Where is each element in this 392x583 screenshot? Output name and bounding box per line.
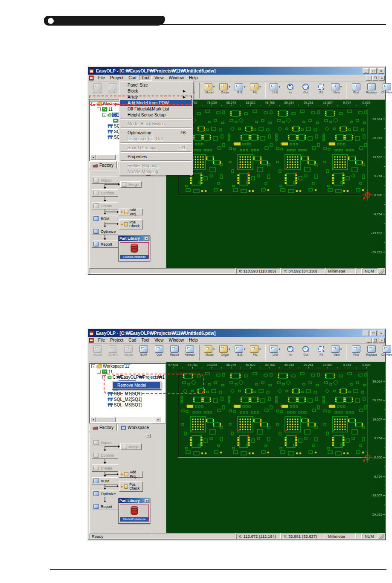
pos-check-button[interactable]: ◆Pos Check [119, 481, 143, 492]
add-proj-button[interactable]: ◆Add Proj. [119, 209, 143, 215]
workspace-tree[interactable]: -Workspace'11'-11-C:₩EasyOLP₩Projects₩1M… [89, 363, 166, 423]
expand-toggle[interactable]: - [91, 102, 95, 106]
dropdown-arrow-icon[interactable]: ▼ [279, 348, 281, 351]
palette-close-button[interactable]: × [145, 237, 149, 241]
unit-button[interactable]: ▼Unit [267, 344, 283, 361]
menu-item-array[interactable]: Array▶ [120, 94, 192, 100]
expand-toggle[interactable]: - [102, 375, 106, 379]
fid--button[interactable]: ▼Fid. [248, 82, 263, 99]
menu-tool[interactable]: Tool [139, 75, 152, 81]
find-button[interactable]: Find [348, 344, 364, 361]
optimize-button[interactable]: Optimize [92, 228, 118, 235]
tree-item[interactable]: SQL_M1[SQ1] [90, 391, 166, 397]
dropdown-arrow-icon[interactable]: ▼ [213, 348, 215, 351]
out-button[interactable]: −Out [298, 82, 314, 99]
out-button[interactable]: −Out [298, 344, 314, 361]
mdi-close-button[interactable]: × [379, 75, 385, 81]
tree-item[interactable]: -C:₩EasyOLP₩Projects₩1 [90, 374, 166, 380]
menu-project[interactable]: Project [107, 337, 126, 343]
close-button[interactable]: × [378, 331, 384, 336]
scroll-left-button[interactable]: ◄ [90, 417, 96, 422]
global-database-item[interactable]: GlobalDatabase [120, 242, 149, 259]
tree-h-scrollbar[interactable]: ◄► [90, 417, 161, 422]
menu-project[interactable]: Project [107, 75, 126, 81]
bom-button[interactable]: BOM [92, 477, 118, 484]
menu-item-off-fiducial-mark-list[interactable]: Off Fiducial&Mark List [120, 106, 192, 112]
palette-close-button[interactable]: × [145, 499, 149, 503]
model-button[interactable]: ▼Model [202, 344, 217, 361]
tab-factory[interactable]: Factory [89, 423, 117, 431]
menu-item-panel-size[interactable]: Panel Size [120, 82, 192, 88]
bom-button[interactable]: BOM [92, 215, 118, 222]
dropdown-arrow-icon[interactable]: ▼ [279, 86, 281, 88]
menu-file[interactable]: File [96, 337, 107, 343]
model-button[interactable]: ▼Model [202, 82, 217, 99]
view-button[interactable]: ▼View [329, 82, 344, 99]
dropdown-arrow-icon[interactable]: ▼ [340, 348, 343, 351]
opti-button[interactable]: Opti [151, 344, 167, 361]
report-button[interactable]: Report [92, 503, 118, 510]
resize-grip[interactable] [379, 534, 384, 539]
tree-item[interactable]: -11 [90, 369, 166, 374]
tree-item[interactable]: -Workspace'11' [90, 363, 166, 369]
menu-help[interactable]: Help [186, 337, 200, 343]
in-button[interactable]: +In [283, 82, 298, 99]
find-button[interactable]: Find [348, 82, 364, 99]
scroll-left-button[interactable]: ◄ [90, 155, 96, 160]
expand-toggle[interactable]: - [97, 107, 101, 111]
maximize-button[interactable]: □ [370, 68, 377, 74]
scroll-thumb[interactable] [96, 417, 116, 422]
unit-button[interactable]: ▼Unit [267, 82, 283, 99]
origin-button[interactable]: ▼Origin [217, 82, 232, 99]
dropdown-arrow-icon[interactable]: ▼ [259, 86, 261, 88]
scroll-right-button[interactable]: ► [156, 417, 161, 422]
tree-item[interactable]: SQL_M2[SQ1] [90, 397, 166, 402]
menu-item-height-sense-setup[interactable]: Height Sense Setup [120, 112, 192, 118]
flow-panel-close-button[interactable]: × [146, 434, 151, 438]
mdi-minimize-button[interactable]: _ [366, 75, 372, 81]
maximize-button[interactable]: □ [370, 331, 377, 336]
menu-window[interactable]: Window [166, 75, 186, 81]
menu-cad[interactable]: Cad [126, 75, 139, 81]
add-proj-button[interactable]: ◆Add Proj. [119, 471, 143, 478]
menu-item-optimization[interactable]: OptimizationF6 [120, 130, 192, 136]
dropdown-arrow-icon[interactable]: ▼ [228, 348, 231, 351]
dropdown-arrow-icon[interactable]: ▼ [213, 86, 215, 88]
menu-item-remove-model[interactable]: Remove Model [113, 382, 160, 389]
dropdown-arrow-icon[interactable]: ▼ [228, 86, 231, 88]
menu-item-properties[interactable]: Properties [120, 154, 192, 160]
tree-item[interactable]: SQL_M3[SQ1] [90, 402, 166, 408]
ch-view-button[interactable]: Ch View [379, 82, 392, 99]
minimize-button[interactable]: _ [363, 68, 369, 74]
mdi-close-button[interactable]: × [379, 338, 385, 343]
mdi-minimize-button[interactable]: _ [366, 338, 372, 343]
dropdown-arrow-icon[interactable]: ▼ [244, 86, 246, 88]
menu-window[interactable]: Window [166, 337, 186, 343]
fit-button[interactable]: Fit [314, 82, 329, 99]
menu-item-add-model-from-pdw[interactable]: Add Model from PDW [120, 100, 192, 106]
expand-toggle[interactable]: - [91, 364, 95, 368]
mdi-restore-button[interactable]: ❐ [372, 338, 378, 343]
dropdown-arrow-icon[interactable]: ▼ [259, 348, 261, 351]
menu-item-block[interactable]: Block▶ [120, 88, 192, 94]
expand-toggle[interactable]: - [97, 370, 101, 374]
report-button[interactable]: Report [92, 241, 118, 248]
pcb-canvas[interactable]: 97.53687.78278.02968.27558.52248.76839.0… [166, 100, 385, 272]
tab-workspace[interactable]: Workspace [117, 423, 152, 431]
view-button[interactable]: ▼View [329, 344, 344, 361]
menu-tool[interactable]: Tool [139, 337, 152, 343]
minimize-button[interactable]: _ [363, 331, 369, 336]
optimize-button[interactable]: Optimize [92, 490, 118, 497]
fid--button[interactable]: ▼Fid. [248, 344, 263, 361]
resize-grip[interactable] [379, 269, 384, 274]
origin-button[interactable]: ▼Origin [217, 344, 232, 361]
close-button[interactable]: × [378, 68, 384, 74]
pcb-canvas[interactable]: 97.53687.78278.02968.27558.52248.76839.0… [166, 362, 385, 537]
mdi-restore-button[interactable]: ❐ [372, 75, 378, 81]
bom-button[interactable]: BOM [136, 344, 151, 361]
menu-view[interactable]: View [152, 337, 166, 343]
report-button[interactable]: Report [167, 344, 182, 361]
menu-view[interactable]: View [152, 75, 166, 81]
refresh-button[interactable]: Refresh [182, 344, 197, 361]
ch-view-button[interactable]: Ch View [379, 344, 392, 361]
